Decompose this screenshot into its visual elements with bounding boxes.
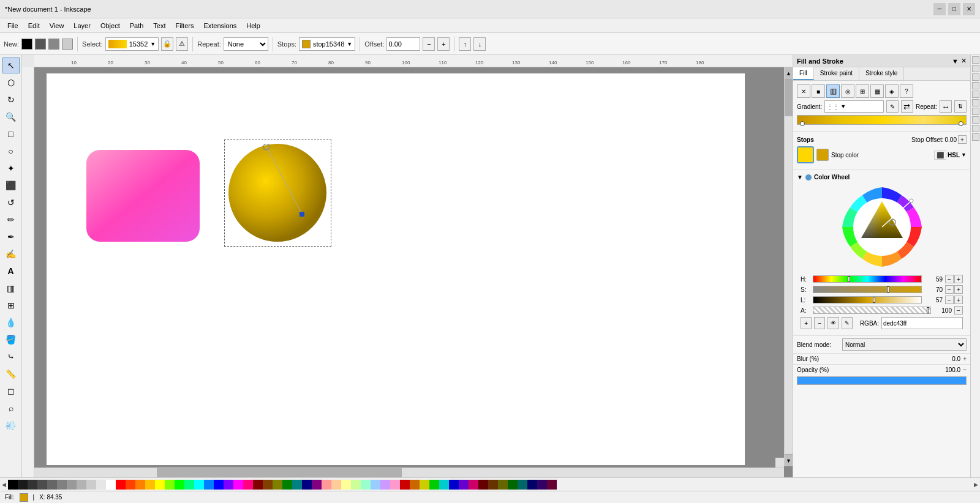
palette-swatch[interactable] — [116, 480, 126, 490]
scroll-thumb[interactable] — [785, 80, 793, 116]
tool-select[interactable]: ↖ — [2, 58, 20, 73]
tool-ellipse[interactable]: ○ — [2, 143, 20, 159]
palette-swatch[interactable] — [361, 480, 371, 490]
tool-paint-bucket[interactable]: 🪣 — [2, 332, 20, 348]
palette-swatch[interactable] — [18, 480, 28, 490]
palette-swatch[interactable] — [547, 480, 557, 490]
offset-input[interactable] — [386, 37, 420, 51]
tool-pen[interactable]: ✒ — [2, 229, 20, 245]
menu-edit[interactable]: Edit — [23, 21, 45, 31]
mesh-grad-btn[interactable]: ⊞ — [856, 84, 869, 98]
palette-swatch[interactable] — [537, 480, 547, 490]
palette-swatch[interactable] — [371, 480, 380, 490]
palette-swatch[interactable] — [184, 480, 194, 490]
scroll-up-btn[interactable]: ▲ — [785, 67, 793, 80]
s-minus-btn[interactable]: − — [945, 285, 954, 294]
h-plus-btn[interactable]: + — [954, 275, 963, 283]
canvas-background[interactable] — [34, 67, 793, 477]
palette-swatch[interactable] — [155, 480, 165, 490]
eyedropper-btn[interactable]: 👁 — [827, 317, 839, 329]
palette-swatch[interactable] — [390, 480, 400, 490]
snap-btn-3[interactable] — [972, 73, 979, 81]
offset-plus-btn[interactable]: + — [437, 37, 450, 51]
palette-swatch[interactable] — [126, 480, 135, 490]
palette-swatch[interactable] — [204, 480, 214, 490]
snap-btn-7[interactable] — [972, 108, 979, 115]
palette-swatch[interactable] — [273, 480, 282, 490]
scrollbar-horizontal[interactable] — [34, 468, 784, 477]
palette-swatch[interactable] — [37, 480, 47, 490]
tool-erase[interactable]: ◻ — [2, 383, 20, 399]
snap-btn-9[interactable] — [972, 125, 979, 132]
palette-swatch[interactable] — [28, 480, 37, 490]
palette-swatch[interactable] — [214, 480, 224, 490]
h-slider-handle[interactable] — [848, 276, 850, 282]
palette-swatch[interactable] — [253, 480, 263, 490]
palette-swatch[interactable] — [331, 480, 341, 490]
stops-dropdown-icon[interactable]: ▼ — [347, 41, 352, 47]
tool-zoom[interactable]: 🔍 — [2, 109, 20, 125]
repeat-icon-btn[interactable]: ↔ — [940, 100, 952, 113]
gradient-stop-handle-end[interactable] — [959, 121, 963, 126]
scroll-down-btn[interactable]: ▼ — [785, 454, 793, 466]
tool-text[interactable]: A — [2, 263, 20, 279]
tool-dropper[interactable]: 💧 — [2, 315, 20, 330]
snap-btn-5[interactable] — [972, 91, 979, 98]
menu-path[interactable]: Path — [125, 21, 149, 31]
s-plus-btn[interactable]: + — [954, 285, 963, 294]
palette-swatch[interactable] — [420, 480, 429, 490]
snap-btn-4[interactable] — [972, 82, 979, 89]
palette-swatch[interactable] — [459, 480, 469, 490]
canvas-area[interactable]: (function() { const nums = [10,20,30,40,… — [22, 55, 793, 477]
palette-swatch[interactable] — [175, 480, 184, 490]
palette-swatch[interactable] — [47, 480, 57, 490]
tool-spiral[interactable]: ↺ — [2, 195, 20, 211]
palette-swatch[interactable] — [233, 480, 243, 490]
tool-gradient[interactable]: ▥ — [2, 280, 20, 296]
stops-selector[interactable]: stop15348 ▼ — [299, 37, 355, 51]
offset-minus-btn[interactable]: − — [423, 37, 435, 51]
palette-swatch[interactable] — [243, 480, 253, 490]
palette-swatch[interactable] — [57, 480, 67, 490]
tool-spray[interactable]: 💨 — [2, 417, 20, 433]
palette-swatch[interactable] — [527, 480, 537, 490]
snap-btn-10[interactable] — [972, 133, 979, 141]
tool-connector[interactable]: ⤷ — [2, 349, 20, 365]
h-minus-btn[interactable]: − — [945, 275, 954, 283]
palette-swatch[interactable] — [263, 480, 273, 490]
palette-swatch[interactable] — [292, 480, 302, 490]
s-slider-track[interactable] — [813, 286, 922, 293]
swatch-gray[interactable] — [48, 39, 59, 50]
color-wheel-header[interactable]: ▼ Color Wheel — [797, 174, 967, 181]
shape-rounded-rect[interactable] — [83, 147, 206, 248]
palette-swatch[interactable] — [488, 480, 498, 490]
hsl-dropdown[interactable]: ▼ — [961, 152, 967, 158]
shape-circle[interactable] — [227, 143, 328, 244]
palette-swatch[interactable] — [96, 480, 106, 490]
edit-color-btn[interactable]: ✎ — [842, 317, 853, 329]
l-plus-btn[interactable]: + — [954, 296, 963, 304]
gradient-select-box[interactable]: ⋮⋮ ▼ — [824, 100, 884, 113]
panel-close-btn[interactable]: ✕ — [961, 57, 967, 65]
menu-object[interactable]: Object — [96, 21, 125, 31]
flip-v-btn[interactable]: ↓ — [473, 37, 486, 51]
palette-swatch[interactable] — [165, 480, 175, 490]
palette-swatch[interactable] — [135, 480, 145, 490]
palette-swatch[interactable] — [449, 480, 459, 490]
palette-swatch[interactable] — [86, 480, 96, 490]
palette-swatch[interactable] — [478, 480, 488, 490]
menu-file[interactable]: File — [2, 21, 23, 31]
palette-swatch[interactable] — [469, 480, 478, 490]
h-slider-track[interactable] — [813, 275, 922, 283]
opacity-minus-btn[interactable]: − — [963, 367, 967, 373]
unknown-btn[interactable]: ? — [900, 84, 913, 98]
rgba-input[interactable] — [881, 317, 963, 329]
linear-grad-btn[interactable]: ▥ — [826, 84, 840, 98]
menu-extensions[interactable]: Extensions — [198, 21, 241, 31]
gradient-color-bar[interactable] — [797, 115, 967, 125]
opacity-bar[interactable] — [797, 376, 967, 385]
palette-swatch[interactable] — [322, 480, 331, 490]
gradient-selector[interactable]: 15352 ▼ — [105, 37, 159, 51]
blur-plus-btn[interactable]: + — [963, 356, 967, 362]
snap-btn-2[interactable] — [972, 65, 979, 72]
